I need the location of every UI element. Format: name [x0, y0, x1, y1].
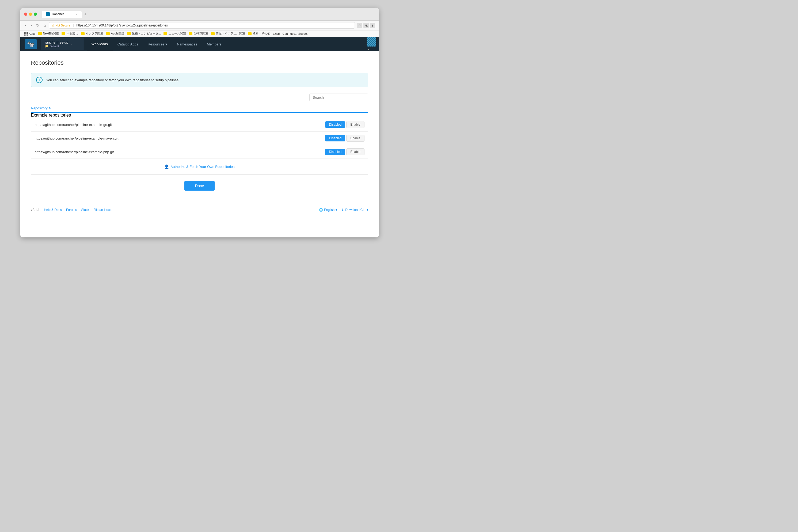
- new-tab-button[interactable]: +: [82, 12, 89, 17]
- row-actions: Disabled Enable: [258, 135, 364, 142]
- nav-item-workloads[interactable]: Workloads: [87, 37, 113, 51]
- bookmark-caniuse[interactable]: Can I use... Suppo...: [282, 32, 309, 35]
- tab-title: Rancher: [52, 12, 64, 16]
- search-area: [31, 94, 368, 101]
- folder-icon: [106, 32, 110, 35]
- app-content: 🐄 ranchermeetup 📁 Default ▾ Workloads Ca…: [20, 37, 379, 238]
- bookmark-business[interactable]: 業務・コンピュータ...: [127, 32, 161, 36]
- bookmark-search[interactable]: 検索・その他: [248, 32, 270, 36]
- repo-url: https://github.com/rancher/pipeline-exam…: [35, 123, 112, 127]
- repo-actions-cell: Disabled Enable: [254, 118, 368, 132]
- browser-tab[interactable]: Rancher ×: [42, 11, 82, 18]
- extensions-icon[interactable]: 🔌: [363, 23, 369, 28]
- disabled-button-1[interactable]: Disabled: [325, 135, 345, 141]
- reload-button[interactable]: ↻: [35, 23, 40, 28]
- close-button[interactable]: [24, 13, 27, 16]
- search-input[interactable]: [313, 95, 365, 99]
- folder-icon: [211, 32, 215, 35]
- tab-bar: Rancher × +: [42, 11, 375, 18]
- footer-right: 🌐 English ▾ ⬇ Download CLI ▾: [319, 208, 368, 212]
- repo-url-cell: https://github.com/rancher/pipeline-exam…: [31, 132, 254, 145]
- search-wrapper[interactable]: [309, 94, 368, 101]
- disabled-button-0[interactable]: Disabled: [325, 121, 345, 128]
- cluster-selector[interactable]: ranchermeetup 📁 Default ▾: [41, 38, 84, 50]
- footer-left: v2.1.1 Help & Docs Forums Slack File an …: [31, 208, 112, 212]
- main-navigation: Workloads Catalog Apps Resources ▾ Names…: [87, 37, 367, 51]
- bookmark-bike[interactable]: 自転車関連: [189, 32, 208, 36]
- column-header-actions: [254, 104, 368, 113]
- cluster-name: ranchermeetup: [45, 40, 68, 44]
- done-button[interactable]: Done: [184, 181, 215, 191]
- bookmark-akictf[interactable]: akictf: [273, 32, 280, 35]
- row-actions: Disabled Enable: [258, 121, 364, 128]
- nav-item-catalog-apps[interactable]: Catalog Apps: [113, 37, 143, 51]
- disabled-button-2[interactable]: Disabled: [325, 149, 345, 155]
- nav-item-namespaces[interactable]: Namespaces: [172, 37, 202, 51]
- minimize-button[interactable]: [29, 13, 32, 16]
- cluster-namespace: 📁 Default: [45, 44, 68, 48]
- sort-icon[interactable]: ⇅: [49, 107, 51, 110]
- folder-small-icon: 📁: [45, 44, 49, 48]
- tab-close-button[interactable]: ×: [76, 13, 77, 16]
- language-label: English: [324, 208, 334, 212]
- done-section: Done: [31, 175, 368, 197]
- security-indicator: ⚠ Not Secure: [52, 24, 70, 27]
- address-bar: ‹ › ↻ ⌂ ⚠ Not Secure | https://104.154.2…: [20, 21, 379, 31]
- repo-url: https://github.com/rancher/pipeline-exam…: [35, 136, 119, 140]
- authorize-link[interactable]: 👤 Authorize & Fetch Your Own Repositorie…: [164, 165, 234, 169]
- rancher-navigation: 🐄 ranchermeetup 📁 Default ▾ Workloads Ca…: [20, 37, 379, 51]
- download-cli-button[interactable]: ⬇ Download CLI ▾: [342, 208, 368, 212]
- forward-button[interactable]: ›: [30, 23, 33, 28]
- menu-icon[interactable]: ⋮: [370, 23, 375, 28]
- table-row: https://github.com/rancher/pipeline-exam…: [31, 132, 368, 145]
- page-content: Repositories i You can select an example…: [20, 51, 379, 205]
- user-chevron-icon: ▾: [368, 48, 369, 51]
- nav-item-resources[interactable]: Resources ▾: [143, 37, 172, 51]
- authorize-label: Authorize & Fetch Your Own Repositories: [170, 165, 234, 169]
- folder-icon: [81, 32, 85, 35]
- bookmark-apple[interactable]: Apple関連: [106, 32, 124, 36]
- bookmark-news[interactable]: ニュース関連: [164, 32, 186, 36]
- back-button[interactable]: ‹: [24, 23, 28, 28]
- page-title: Repositories: [31, 59, 368, 66]
- authorize-section: 👤 Authorize & Fetch Your Own Repositorie…: [31, 159, 368, 175]
- cli-chevron-icon: ▾: [367, 208, 368, 212]
- user-avatar[interactable]: [367, 37, 376, 46]
- bookmark-apps[interactable]: Apps: [24, 32, 36, 36]
- cli-label: Download CLI: [345, 208, 365, 212]
- home-button[interactable]: ⌂: [42, 23, 47, 28]
- apps-grid-icon: [24, 32, 28, 36]
- maximize-button[interactable]: [34, 13, 37, 16]
- bookmark-neta[interactable]: ネタ出し: [61, 32, 78, 36]
- bookmark-icon[interactable]: ☆: [357, 23, 362, 28]
- language-selector[interactable]: 🌐 English ▾: [319, 208, 337, 212]
- enable-button-0[interactable]: Enable: [346, 121, 364, 128]
- address-input[interactable]: ⚠ Not Secure | https://104.154.209.148/p…: [49, 22, 355, 28]
- section-label: Example repositories: [31, 113, 368, 118]
- footer-issue-link[interactable]: File an Issue: [93, 208, 112, 212]
- browser-titlebar: Rancher × +: [20, 8, 379, 21]
- address-actions: ☆ 🔌 ⋮: [357, 23, 375, 28]
- enable-button-2[interactable]: Enable: [346, 148, 364, 155]
- table-row: https://github.com/rancher/pipeline-exam…: [31, 118, 368, 132]
- folder-icon: [127, 32, 131, 35]
- bookmark-nextbiz[interactable]: NextBiz関連: [38, 32, 59, 36]
- app-footer: v2.1.1 Help & Docs Forums Slack File an …: [20, 205, 379, 214]
- rancher-logo[interactable]: 🐄: [20, 39, 41, 49]
- footer-slack-link[interactable]: Slack: [81, 208, 89, 212]
- footer-help-link[interactable]: Help & Docs: [44, 208, 62, 212]
- cluster-chevron-icon: ▾: [70, 43, 72, 46]
- browser-window: Rancher × + ‹ › ↻ ⌂ ⚠ Not Secure | https…: [20, 8, 379, 238]
- nav-item-members[interactable]: Members: [202, 37, 226, 51]
- resources-chevron-icon: ▾: [165, 42, 167, 46]
- footer-forums-link[interactable]: Forums: [66, 208, 77, 212]
- enable-button-1[interactable]: Enable: [346, 135, 364, 142]
- footer-version: v2.1.1: [31, 208, 40, 212]
- folder-icon: [189, 32, 193, 35]
- user-icon: 👤: [164, 165, 169, 169]
- repositories-table: Repository ⇅ Example repositories https:…: [31, 104, 368, 159]
- folder-icon: [248, 32, 252, 35]
- bookmark-israel[interactable]: 幕屋・イスラエル関連: [211, 32, 245, 36]
- url-display: https://104.154.209.148/p/c-27svw:p-cw2x…: [76, 23, 168, 27]
- bookmark-infra[interactable]: インフラ関連: [81, 32, 103, 36]
